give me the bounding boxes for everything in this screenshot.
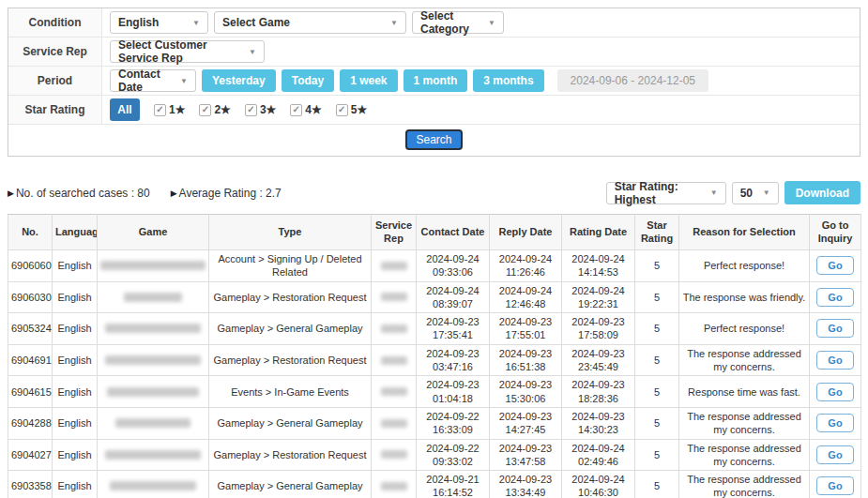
cell-game — [98, 313, 209, 345]
redacted-service-rep — [381, 324, 407, 333]
header-go-to-inquiry: Go to Inquiry — [810, 215, 861, 250]
summary-bar: ▶ No. of searched cases : 80 ▶ Average R… — [8, 181, 860, 204]
cell-no: 6906030 — [8, 281, 53, 313]
language-select-value: English — [118, 16, 159, 29]
go-button[interactable]: Go — [816, 351, 853, 370]
go-button[interactable]: Go — [816, 319, 853, 338]
average-rating: ▶ Average Rating : 2.7 — [171, 187, 282, 200]
cell-language: English — [53, 344, 98, 376]
cell-star-rating: 5 — [635, 250, 679, 282]
cell-contact-date: 2024-09-2303:47:16 — [417, 344, 490, 376]
download-button[interactable]: Download — [784, 181, 860, 204]
period-1month-button[interactable]: 1 month — [404, 69, 468, 92]
cell-type: Gameplay > General Gameplay — [209, 313, 372, 345]
category-select[interactable]: Select Category ▼ — [412, 11, 504, 34]
cell-no: 6904615 — [8, 376, 53, 408]
chevron-down-icon: ▼ — [249, 48, 256, 56]
cell-rating-date: 2024-09-2402:49:46 — [562, 439, 635, 471]
redacted-game-name — [115, 418, 190, 428]
cell-go: Go — [810, 471, 861, 498]
period-today-button[interactable]: Today — [282, 69, 334, 92]
game-select[interactable]: Select Game ▼ — [214, 11, 406, 34]
cell-language: English — [53, 471, 98, 498]
cell-service-rep — [372, 439, 417, 471]
cell-type: Gameplay > Restoration Request — [209, 439, 372, 471]
cell-service-rep — [372, 250, 417, 282]
redacted-service-rep — [381, 356, 407, 365]
table-row: 6906030 English Gameplay > Restoration R… — [8, 281, 861, 313]
star-5-label: 5★ — [351, 103, 367, 116]
date-range-field[interactable]: 2024-09-06 - 2024-12-05 — [557, 69, 708, 92]
sort-select-value: Star Rating: Highest — [615, 180, 703, 206]
checkbox-checked-icon: ✓ — [336, 104, 348, 116]
go-button[interactable]: Go — [816, 256, 853, 275]
go-button[interactable]: Go — [816, 414, 853, 432]
period-1week-button[interactable]: 1 week — [340, 69, 397, 92]
cell-rating-date: 2024-09-2318:28:36 — [562, 376, 635, 408]
star-4-checkbox[interactable]: ✓ 4★ — [290, 103, 321, 116]
search-button[interactable]: Search — [405, 129, 462, 150]
cell-reply-date: 2024-09-2314:27:45 — [490, 407, 562, 439]
page-size-select[interactable]: 50 ▼ — [732, 182, 779, 204]
period-type-select-value: Contact Date — [118, 68, 173, 94]
cell-type: Events > In-Game Events — [209, 376, 372, 408]
sort-select[interactable]: Star Rating: Highest ▼ — [606, 182, 726, 204]
cell-type: Account > Signing Up / Deleted Related — [209, 250, 372, 282]
table-row: 6905324 English Gameplay > General Gamep… — [8, 313, 861, 345]
cell-no: 6903358 — [8, 471, 53, 498]
chevron-down-icon: ▼ — [488, 19, 495, 27]
chevron-down-icon: ▼ — [763, 189, 770, 197]
table-row: 6903358 English Gameplay > General Gamep… — [8, 471, 861, 498]
cell-reason: The response addressed my concerns. — [679, 439, 810, 471]
cell-contact-date: 2024-09-2216:33:09 — [417, 407, 490, 439]
cell-reason: Response time was fast. — [679, 376, 810, 408]
cell-service-rep — [372, 313, 417, 345]
header-no: No. — [8, 215, 53, 250]
cell-star-rating: 5 — [635, 281, 679, 313]
period-row: Period Contact Date ▼ Yesterday Today 1 … — [8, 67, 860, 96]
header-rating-date: Rating Date — [562, 215, 635, 250]
redacted-game-name — [107, 387, 199, 397]
cell-type: Gameplay > Restoration Request — [209, 344, 372, 376]
cell-game — [98, 407, 209, 439]
star-checkbox-group: ✓ 1★ ✓ 2★ ✓ 3★ ✓ 4★ ✓ 5★ — [154, 103, 367, 116]
service-rep-row: Service Rep Select Customer Service Rep … — [8, 38, 860, 67]
redacted-service-rep — [381, 293, 407, 301]
star-2-label: 2★ — [214, 103, 230, 116]
checkbox-checked-icon: ✓ — [245, 104, 257, 116]
cell-contact-date: 2024-09-2317:35:41 — [417, 313, 490, 345]
cell-star-rating: 5 — [635, 471, 679, 498]
go-button[interactable]: Go — [816, 445, 853, 464]
cell-game — [98, 439, 209, 471]
searched-cases-count: ▶ No. of searched cases : 80 — [8, 187, 150, 200]
cell-contact-date: 2024-09-2301:04:18 — [417, 376, 490, 408]
cell-star-rating: 5 — [635, 376, 679, 408]
redacted-service-rep — [381, 262, 407, 270]
cell-type: Gameplay > Restoration Request — [209, 281, 372, 313]
redacted-game-name — [105, 450, 201, 460]
cell-service-rep — [372, 344, 417, 376]
language-select[interactable]: English ▼ — [110, 11, 208, 34]
star-5-checkbox[interactable]: ✓ 5★ — [336, 103, 367, 116]
cell-reason: The response addressed my concerns. — [679, 407, 810, 439]
star-all-button[interactable]: All — [110, 98, 140, 121]
go-button[interactable]: Go — [816, 288, 853, 307]
cell-star-rating: 5 — [635, 439, 679, 471]
star-3-checkbox[interactable]: ✓ 3★ — [245, 103, 276, 116]
chevron-down-icon: ▼ — [180, 77, 188, 85]
star-3-label: 3★ — [260, 103, 276, 116]
star-1-checkbox[interactable]: ✓ 1★ — [154, 103, 185, 116]
search-row: Search — [8, 125, 860, 156]
go-button[interactable]: Go — [816, 476, 853, 495]
cell-game — [98, 471, 209, 498]
go-button[interactable]: Go — [816, 383, 853, 401]
star-2-checkbox[interactable]: ✓ 2★ — [199, 103, 230, 116]
period-3months-button[interactable]: 3 months — [473, 69, 543, 92]
period-yesterday-button[interactable]: Yesterday — [202, 69, 276, 92]
period-type-select[interactable]: Contact Date ▼ — [110, 69, 196, 92]
redacted-service-rep — [381, 482, 407, 490]
service-rep-label: Service Rep — [8, 38, 102, 66]
service-rep-select[interactable]: Select Customer Service Rep ▼ — [110, 40, 265, 63]
cell-no: 6906060 — [8, 250, 53, 282]
cell-language: English — [53, 250, 98, 282]
